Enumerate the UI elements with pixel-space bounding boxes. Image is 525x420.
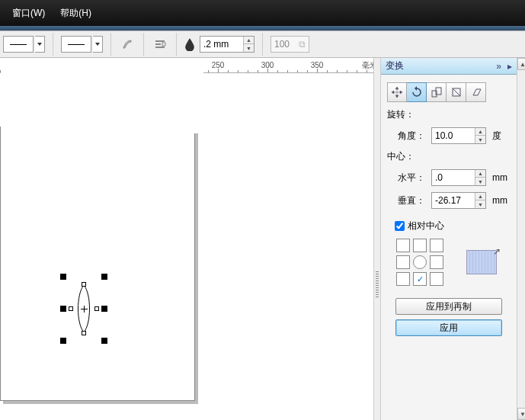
anchor-grid[interactable]	[396, 239, 443, 286]
mode-rotate-button[interactable]	[407, 82, 427, 102]
calligraphy-icon[interactable]	[119, 36, 136, 53]
vertical-unit: mm	[492, 195, 511, 206]
handle-sw[interactable]	[60, 338, 66, 344]
line-start-style[interactable]	[3, 34, 45, 54]
apply-duplicate-button[interactable]: 应用到再制	[395, 298, 502, 315]
line-end-preview	[61, 36, 91, 53]
handle-e[interactable]	[101, 306, 107, 312]
svg-rect-3	[162, 43, 165, 46]
toolbar-separator	[143, 33, 144, 56]
anchor-se[interactable]	[430, 272, 443, 286]
relative-center-checkbox[interactable]	[395, 221, 405, 231]
ink-drop-icon	[184, 37, 195, 52]
line-width-spinner[interactable]: ▲▼	[243, 37, 254, 52]
panel-menu-icon[interactable]: ▸	[507, 61, 512, 72]
mode-position-button[interactable]	[387, 82, 407, 102]
splitter-grip	[376, 271, 379, 297]
horizontal-input[interactable]	[432, 170, 475, 185]
handle-w[interactable]	[60, 306, 66, 312]
horizontal-unit: mm	[492, 172, 511, 183]
scroll-down-button[interactable]: ▼	[517, 408, 525, 420]
handle-ne[interactable]	[101, 274, 107, 280]
page-boundary	[0, 127, 195, 401]
node-right[interactable]	[94, 306, 99, 311]
line-width-field[interactable]: ▲▼	[200, 36, 254, 53]
svg-rect-1	[155, 43, 161, 45]
mode-skew-button[interactable]	[466, 82, 486, 102]
anchor-center[interactable]	[413, 255, 427, 269]
angle-label: 角度：	[398, 130, 425, 143]
spinner-down[interactable]: ▼	[475, 200, 485, 208]
transform-panel: 变换 » ▸ 旋转：	[381, 58, 525, 420]
transform-preview: ↗	[466, 250, 497, 274]
spinner-down[interactable]: ▼	[475, 178, 485, 185]
apply-button[interactable]: 应用	[395, 319, 502, 336]
anchor-w[interactable]	[396, 255, 410, 269]
opacity-input[interactable]	[274, 39, 296, 50]
apply-label: 应用	[440, 322, 458, 333]
canvas-viewport[interactable]	[0, 73, 380, 420]
object-center-marker	[81, 306, 88, 313]
angle-unit: 度	[492, 130, 511, 143]
menu-help-label: 帮助(H)	[60, 8, 91, 18]
handle-se[interactable]	[101, 338, 107, 344]
line-end-style[interactable]	[61, 34, 103, 54]
mode-size-button[interactable]	[447, 82, 466, 102]
node-top[interactable]	[82, 282, 86, 287]
vertical-splitter[interactable]	[373, 58, 381, 420]
spinner-up[interactable]: ▲	[475, 170, 485, 178]
menu-window-label: 窗口(W)	[12, 8, 45, 18]
spinner-down[interactable]: ▼	[475, 136, 485, 143]
line-width-input[interactable]	[200, 37, 243, 52]
anchor-n[interactable]	[413, 239, 427, 252]
vertical-label: 垂直：	[398, 194, 425, 207]
spinner-up[interactable]: ▲	[475, 193, 485, 200]
anchor-nw[interactable]	[396, 239, 410, 252]
spinner-up[interactable]: ▲	[475, 128, 485, 136]
rotate-section-label: 旋转：	[387, 108, 511, 121]
toolbar-separator	[53, 33, 53, 56]
spinner-down[interactable]: ▼	[244, 44, 254, 52]
center-section-label: 中心：	[387, 150, 511, 163]
angle-input[interactable]	[432, 128, 475, 143]
svg-rect-2	[155, 46, 165, 48]
panel-title: 变换	[386, 59, 404, 72]
collapse-icon[interactable]: »	[496, 61, 501, 72]
handle-nw[interactable]	[60, 274, 66, 280]
horizontal-label: 水平：	[398, 172, 425, 184]
page-mask	[1, 59, 203, 133]
line-start-dropdown[interactable]	[35, 36, 45, 53]
anchor-sw[interactable]	[396, 272, 410, 286]
anchor-ne[interactable]	[430, 239, 443, 252]
property-toolbar: ▲▼ ⧉	[0, 30, 525, 58]
angle-field[interactable]: ▲▼	[431, 127, 486, 144]
node-left[interactable]	[69, 306, 73, 311]
anchor-e[interactable]	[430, 255, 443, 269]
link-icon: ⧉	[299, 39, 306, 50]
node-bottom[interactable]	[82, 331, 86, 335]
panel-scrollbar[interactable]: ▲ ▼	[517, 58, 525, 420]
relative-center-label: 相对中心	[408, 220, 444, 232]
toolbar-separator	[262, 33, 263, 56]
panel-header[interactable]: 变换 » ▸	[381, 58, 517, 75]
mode-scale-button[interactable]	[427, 82, 447, 102]
preview-arrow-icon: ↗	[493, 246, 501, 257]
vertical-field[interactable]: ▲▼	[431, 192, 486, 209]
vertical-input[interactable]	[432, 193, 475, 208]
line-start-preview	[3, 36, 34, 53]
opacity-field[interactable]: ⧉	[271, 36, 309, 53]
toolbar-separator	[176, 33, 177, 56]
canvas-area[interactable]: 毫米 50100150200250300350	[0, 58, 381, 420]
horizontal-field[interactable]: ▲▼	[431, 169, 486, 186]
spinner-up[interactable]: ▲	[244, 37, 254, 44]
svg-rect-0	[155, 40, 165, 42]
scroll-up-button[interactable]: ▲	[517, 58, 525, 70]
line-end-dropdown[interactable]	[93, 36, 103, 53]
selected-object[interactable]	[61, 274, 107, 343]
anchor-s[interactable]	[413, 272, 427, 286]
toolbar-separator	[110, 33, 111, 56]
menu-help[interactable]: 帮助(H)	[53, 4, 99, 23]
wrap-text-icon[interactable]	[152, 36, 168, 53]
transform-mode-row	[387, 82, 511, 102]
menu-window[interactable]: 窗口(W)	[5, 4, 53, 23]
